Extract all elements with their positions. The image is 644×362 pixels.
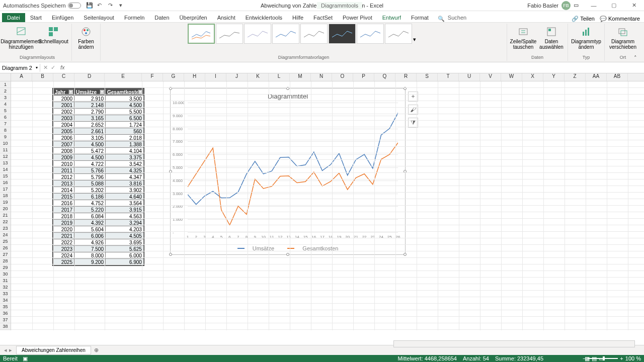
row-header[interactable]: 1	[0, 81, 11, 88]
tab-ansicht[interactable]: Ansicht	[212, 13, 240, 22]
tab-format[interactable]: Format	[406, 13, 434, 22]
row-header[interactable]: 9	[0, 134, 11, 140]
row-header[interactable]: 36	[0, 310, 11, 317]
style-thumb-8[interactable]	[385, 24, 412, 44]
tab-einfügen[interactable]: Einfügen	[47, 13, 78, 22]
col-header[interactable]: Z	[565, 73, 586, 81]
style-thumb-1[interactable]	[188, 24, 215, 44]
redo-icon[interactable]: ↷	[108, 2, 115, 9]
col-header[interactable]: K	[248, 73, 269, 81]
qat-more-icon[interactable]: ▾	[119, 2, 126, 9]
col-header[interactable]: W	[501, 73, 522, 81]
row-header[interactable]: 2	[0, 88, 11, 95]
zoom-value[interactable]: 100 %	[625, 355, 641, 361]
row-header[interactable]: 20	[0, 206, 11, 212]
row-header[interactable]: 5	[0, 108, 11, 114]
tab-start[interactable]: Start	[25, 13, 47, 22]
tab-power pivot[interactable]: Power Pivot	[338, 13, 377, 22]
search-field[interactable]: Suchen	[445, 13, 469, 22]
enter-icon[interactable]: ✓	[51, 64, 55, 71]
add-chart-element-button[interactable]: Diagrammelement hinzufügen	[6, 24, 36, 50]
row-header[interactable]: 33	[0, 291, 11, 297]
add-sheet-button[interactable]: ⊕	[91, 346, 102, 354]
row-header[interactable]: 24	[0, 232, 11, 238]
row-header[interactable]: 26	[0, 245, 11, 251]
style-thumb-2[interactable]	[216, 24, 243, 44]
col-header[interactable]: T	[438, 73, 459, 81]
tab-hilfe[interactable]: Hilfe	[287, 13, 308, 22]
col-header[interactable]: P	[353, 73, 374, 81]
select-data-button[interactable]: Daten auswählen	[538, 24, 565, 50]
row-header[interactable]: 4	[0, 101, 11, 108]
col-header[interactable]: B	[32, 73, 53, 81]
comments-button[interactable]: 💬 Kommentare	[600, 16, 640, 22]
row-header[interactable]: 34	[0, 297, 11, 304]
col-header[interactable]: X	[522, 73, 543, 81]
styles-more-button[interactable]: ▾	[413, 36, 420, 43]
zoom-slider[interactable]	[588, 358, 618, 359]
maximize-button[interactable]: ▢	[604, 0, 624, 11]
col-header[interactable]: R	[395, 73, 417, 81]
style-thumb-5[interactable]	[300, 24, 328, 44]
row-header[interactable]: 28	[0, 258, 11, 264]
col-header[interactable]: H	[184, 73, 205, 81]
collapse-ribbon-icon[interactable]: ˄	[634, 55, 641, 62]
row-header[interactable]: 32	[0, 284, 11, 291]
row-header[interactable]: 38	[0, 323, 11, 330]
col-header[interactable]: U	[459, 73, 480, 81]
row-header[interactable]: 15	[0, 173, 11, 179]
select-all-corner[interactable]	[0, 73, 11, 81]
move-chart-button[interactable]: Diagramm verschieben	[608, 24, 638, 50]
row-header[interactable]: 21	[0, 212, 11, 219]
autosave[interactable]: Automatisches Speichern	[3, 3, 81, 9]
row-header[interactable]: 12	[0, 153, 11, 160]
style-thumb-6[interactable]	[329, 24, 356, 44]
tab-formeln[interactable]: Formeln	[119, 13, 149, 22]
row-header[interactable]: 19	[0, 199, 11, 206]
account[interactable]: Fabio Basler FB ▭	[527, 1, 579, 10]
col-header[interactable]: I	[205, 73, 226, 81]
col-header[interactable]: G	[163, 73, 184, 81]
tab-entwicklertools[interactable]: Entwicklertools	[240, 13, 287, 22]
tab-überprüfen[interactable]: Überprüfen	[175, 13, 212, 22]
row-header[interactable]: 8	[0, 127, 11, 134]
quick-layout-button[interactable]: Schnelllayout	[38, 24, 68, 44]
col-header[interactable]: E	[105, 73, 142, 81]
row-header[interactable]: 37	[0, 317, 11, 323]
save-icon[interactable]: 💾	[86, 2, 93, 9]
zoom-in-icon[interactable]: +	[620, 355, 623, 361]
close-button[interactable]: ✕	[624, 0, 644, 11]
minimize-button[interactable]: —	[584, 0, 604, 11]
row-header[interactable]: 13	[0, 160, 11, 166]
col-header[interactable]: AB	[607, 73, 628, 81]
row-header[interactable]: 14	[0, 166, 11, 173]
share-button[interactable]: 🔗 Teilen	[572, 16, 595, 22]
col-header[interactable]: Q	[374, 73, 395, 81]
ribbon-mode-icon[interactable]: ▭	[574, 2, 579, 9]
row-header[interactable]: 7	[0, 121, 11, 127]
tab-daten[interactable]: Daten	[149, 13, 174, 22]
tab-factset[interactable]: FactSet	[308, 13, 338, 22]
col-header[interactable]: D	[74, 73, 105, 81]
row-header[interactable]: 3	[0, 95, 11, 101]
row-header[interactable]: 31	[0, 278, 11, 284]
chart-styles-gallery[interactable]: ▾	[188, 24, 420, 55]
row-header[interactable]: 10	[0, 140, 11, 147]
tab-seitenlayout[interactable]: Seitenlayout	[78, 13, 119, 22]
horizontal-scrollbar[interactable]	[393, 340, 635, 347]
row-header[interactable]: 35	[0, 304, 11, 310]
tab-entwurf[interactable]: Entwurf	[377, 13, 406, 22]
col-header[interactable]: O	[332, 73, 353, 81]
col-header[interactable]: Y	[543, 73, 565, 81]
col-header[interactable]: N	[311, 73, 332, 81]
row-header[interactable]: 16	[0, 179, 11, 186]
col-header[interactable]: C	[53, 73, 74, 81]
col-header[interactable]: L	[269, 73, 290, 81]
col-header[interactable]: A	[11, 73, 32, 81]
sheet-tab[interactable]: Abweichungen Zahlenreihen	[16, 346, 91, 354]
row-header[interactable]: 30	[0, 271, 11, 278]
row-header[interactable]: 25	[0, 238, 11, 245]
col-header[interactable]: F	[142, 73, 163, 81]
row-header[interactable]: 17	[0, 186, 11, 193]
autosave-toggle[interactable]	[68, 3, 81, 9]
